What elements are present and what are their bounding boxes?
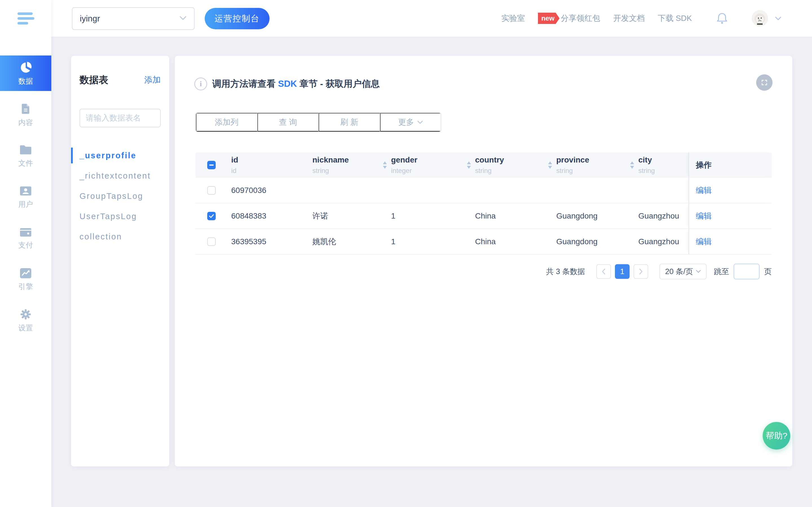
row-checkbox[interactable] [207, 186, 216, 194]
table-row-3: 36395395 姚凯伦 1 China Guangdong Guangzhou… [195, 229, 772, 255]
hint-text-after: 章节 - 获取用户信息 [297, 78, 379, 89]
table-body: 60970036 编辑 60848383 许诺 1 China Guangdon… [195, 178, 772, 255]
help-button[interactable]: 帮助? [763, 422, 790, 450]
prev-page-button[interactable] [596, 264, 611, 279]
cell-id: 36395395 [231, 229, 312, 254]
fullscreen-icon[interactable] [756, 74, 772, 91]
row-checkbox[interactable] [207, 212, 216, 220]
sidebar-item-label: 设置 [18, 323, 33, 333]
sidebar-item-引擎[interactable]: 引擎 [0, 266, 51, 293]
column-type: string [475, 167, 556, 174]
table-toolbar: 添加列查 询刷 新更多 [195, 112, 441, 132]
column-title: gender [391, 156, 475, 164]
sort-arrows-icon[interactable] [383, 161, 387, 169]
page-size-select[interactable]: 20 条/页 [659, 264, 707, 279]
sidebar-item-设置[interactable]: 设置 [0, 307, 51, 334]
page-unit-label: 页 [764, 267, 772, 277]
toolbar-button-刷新[interactable]: 刷 新 [319, 113, 380, 131]
table-search-input[interactable] [80, 109, 161, 127]
operation-console-button[interactable]: 运营控制台 [205, 8, 269, 29]
chevron-down-icon [696, 270, 701, 273]
cell-value: China [475, 212, 556, 220]
sort-arrows-icon[interactable] [630, 161, 635, 169]
next-page-button[interactable] [633, 264, 648, 279]
column-type: string [312, 167, 391, 174]
column-header-gender: gender integer [391, 152, 475, 178]
topbar-link-分享领红包[interactable]: new分享领红包 [538, 13, 600, 24]
hint-text-before: 调用方法请查看 [212, 78, 278, 89]
toolbar-button-添加列[interactable]: 添加列 [196, 113, 257, 131]
new-badge: new [538, 13, 560, 24]
project-select[interactable]: iyingr [72, 7, 195, 30]
sidebar-item-用户[interactable]: 用户 [0, 183, 51, 210]
topbar-link-下载 SDK[interactable]: 下载 SDK [658, 13, 692, 24]
sidebar-item-内容[interactable]: 内容 [0, 101, 51, 128]
column-header-nickname: nickname string [312, 152, 391, 178]
cell-id: 60970036 [231, 178, 312, 203]
topbar-link-开发文档[interactable]: 开发文档 [613, 13, 645, 24]
column-header-country: country string [475, 152, 556, 178]
cell-city: Guangzhou [638, 203, 689, 228]
toolbar-button-查询[interactable]: 查 询 [257, 113, 319, 131]
table-list-item-collection[interactable]: collection [71, 226, 169, 247]
wallet-icon [19, 226, 33, 238]
sidebar-item-支付[interactable]: 支付 [0, 224, 51, 251]
cell-province: Guangdong [556, 229, 638, 254]
row-action-cell: 编辑 [689, 203, 772, 228]
data-panel: i 调用方法请查看 SDK 章节 - 获取用户信息 添加列查 询刷 新更多 id… [175, 56, 792, 466]
jump-page-input[interactable] [733, 264, 760, 279]
table-list-item-_richtextcontent[interactable]: _richtextcontent [71, 166, 169, 186]
topbar-link-label: 分享领红包 [561, 13, 600, 24]
operation-console-label: 运营控制台 [214, 13, 260, 24]
select-all-checkbox[interactable] [207, 161, 216, 169]
sidebar-item-label: 用户 [18, 200, 33, 209]
column-type: string [638, 167, 689, 174]
cell-gender: 1 [391, 229, 475, 254]
toolbar-button-label: 添加列 [215, 117, 239, 128]
add-table-link[interactable]: 添加 [144, 74, 161, 86]
content-area: 数据表 添加 _userprofile_richtextcontentGroup… [51, 37, 812, 507]
sdk-link[interactable]: SDK [278, 78, 297, 89]
pagination: 共 3 条数据 1 20 条/页 跳至 页 [546, 264, 772, 279]
table-list-item-GroupTapsLog[interactable]: GroupTapsLog [71, 186, 169, 206]
toolbar-button-label: 更多 [398, 117, 414, 128]
column-header-city: city string [638, 152, 689, 178]
notification-bell-icon[interactable] [716, 12, 728, 25]
cell-value: 1 [391, 212, 475, 220]
table-list-item-_userprofile[interactable]: _userprofile [71, 145, 169, 166]
topbar-link-实验室[interactable]: 实验室 [501, 13, 525, 24]
cell-value: Guangdong [556, 238, 638, 245]
sort-arrows-icon[interactable] [548, 161, 552, 169]
sidebar-item-文件[interactable]: 文件 [0, 142, 51, 169]
cell-gender [391, 178, 475, 203]
cell-nickname [312, 178, 391, 203]
tables-list: _userprofile_richtextcontentGroupTapsLog… [71, 145, 169, 247]
table-list-item-UserTapsLog[interactable]: UserTapsLog [71, 206, 169, 226]
toolbar-button-label: 刷 新 [340, 117, 358, 128]
page-number-button[interactable]: 1 [615, 264, 629, 279]
column-type: string [556, 167, 638, 174]
folder-icon [19, 144, 33, 156]
sort-arrows-icon[interactable] [467, 161, 471, 169]
edit-link[interactable]: 编辑 [696, 186, 772, 194]
edit-link[interactable]: 编辑 [696, 238, 772, 245]
sidebar-item-数据[interactable]: 数据 [0, 55, 51, 91]
cell-value: 36395395 [231, 238, 312, 245]
edit-link[interactable]: 编辑 [696, 212, 772, 220]
user-avatar[interactable] [752, 10, 768, 26]
topbar: iyingr 运营控制台 实验室new分享领红包开发文档下载 SDK [51, 0, 812, 37]
cell-province: Guangdong [556, 203, 638, 228]
row-checkbox[interactable] [207, 237, 216, 246]
column-title: city [638, 156, 689, 164]
cell-country: China [475, 203, 556, 228]
cell-value: 60848383 [231, 212, 312, 220]
column-header-action: 操作 [689, 152, 772, 178]
toolbar-button-更多[interactable]: 更多 [380, 113, 441, 131]
data-table: id idnickname string gender integer coun… [195, 152, 772, 255]
pie-chart-icon [19, 61, 33, 74]
user-menu-chevron-icon[interactable] [775, 16, 781, 20]
hamburger-menu-icon[interactable] [17, 12, 35, 25]
toolbar-button-label: 查 询 [279, 117, 297, 128]
row-checkbox-cell [195, 178, 231, 203]
cell-city: Guangzhou [638, 229, 689, 254]
